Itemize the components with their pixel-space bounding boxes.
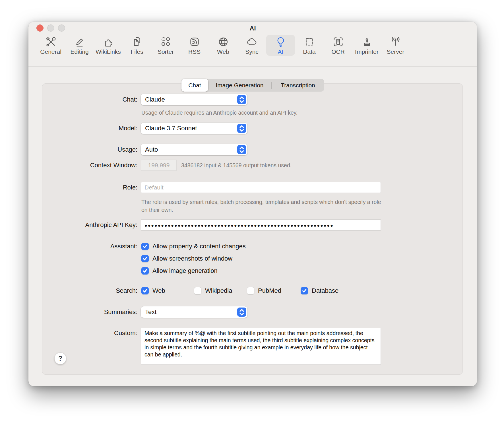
context-window-field [141, 160, 177, 171]
checkbox-label: Allow image generation [152, 267, 218, 275]
context-window-label: Context Window: [28, 160, 137, 171]
toolbar-item-ai[interactable]: AI [266, 35, 295, 56]
toolbar-item-label: RSS [188, 48, 201, 55]
role-label: Role: [28, 182, 137, 193]
checkbox-label: Wikipedia [205, 287, 232, 294]
toolbar-item-rss[interactable]: RSS [180, 35, 209, 56]
api-key-field[interactable]: ●●●●●●●●●●●●●●●●●●●●●●●●●●●●●●●●●●●●●●●●… [141, 219, 381, 231]
assistant-label: Assistant: [28, 242, 137, 250]
model-select-value: Claude 3.7 Sonnet [145, 123, 197, 134]
chat-select[interactable]: Claude [141, 94, 247, 105]
toolbar-divider [28, 66, 477, 67]
token-usage-text: 3486182 input & 145569 output tokens use… [181, 160, 292, 171]
summaries-select-value: Text [145, 306, 156, 318]
desktop-background: AI General Editing WikiLinks [0, 0, 504, 429]
pencil-icon [73, 36, 86, 48]
checkbox[interactable] [141, 255, 149, 262]
toolbar-item-imprinter[interactable]: Imprinter [352, 35, 381, 56]
checkbox[interactable] [194, 287, 201, 294]
checkbox-search-pubmed[interactable]: PubMed [247, 287, 281, 294]
checkbox-label: Web [152, 287, 165, 294]
toolbar: General Editing WikiLinks Files [36, 35, 410, 56]
checkbox-label: Database [312, 287, 338, 294]
popup-chevrons-icon [237, 145, 246, 154]
toolbar-item-files[interactable]: Files [123, 35, 151, 56]
checkbox-label: Allow screenshots of window [152, 255, 232, 262]
documents-icon [131, 36, 143, 48]
tab-transcription[interactable]: Transcription [272, 79, 324, 92]
tools-icon [45, 36, 57, 48]
checkbox-search-database[interactable]: Database [301, 287, 338, 294]
toolbar-item-label: Data [303, 48, 315, 55]
usage-label: Usage: [28, 144, 137, 155]
dots-grid-icon [160, 36, 172, 48]
checkbox[interactable] [247, 287, 254, 294]
api-key-label: Anthropic API Key: [28, 219, 137, 231]
toolbar-item-label: Imprinter [355, 48, 379, 55]
usage-select[interactable]: Auto [141, 144, 247, 155]
cloud-icon [246, 36, 258, 48]
toolbar-item-sync[interactable]: Sync [237, 35, 266, 56]
toolbar-item-general[interactable]: General [36, 35, 65, 56]
model-select[interactable]: Claude 3.7 Sonnet [141, 123, 247, 134]
tab-chat[interactable]: Chat [181, 79, 208, 92]
toolbar-item-web[interactable]: Web [209, 35, 237, 56]
checkbox-label: PubMed [258, 287, 281, 294]
toolbar-item-label: AI [278, 48, 284, 55]
popup-chevrons-icon [237, 308, 246, 317]
checkbox-allow-image-generation[interactable]: Allow image generation [141, 267, 218, 275]
checkbox[interactable] [141, 287, 149, 294]
summaries-label: Summaries: [28, 306, 137, 318]
toolbar-item-data[interactable]: Data [295, 35, 324, 56]
chat-label: Chat: [28, 94, 137, 105]
preferences-window: AI General Editing WikiLinks [28, 22, 477, 386]
checkbox-search-wikipedia[interactable]: Wikipedia [194, 287, 232, 294]
toolbar-item-ocr[interactable]: OCR [324, 35, 352, 56]
scan-document-icon [332, 36, 344, 48]
toolbar-item-editing[interactable]: Editing [65, 35, 94, 56]
popup-chevrons-icon [237, 95, 246, 104]
toolbar-item-label: Sync [245, 48, 259, 55]
puzzle-icon [102, 36, 115, 48]
globe-icon [217, 36, 230, 48]
checkbox[interactable] [141, 243, 149, 250]
toolbar-item-sorter[interactable]: Sorter [151, 35, 180, 56]
titlebar: AI [28, 22, 477, 34]
lightbulb-icon [274, 36, 287, 48]
toolbar-item-label: Server [387, 48, 404, 55]
toolbar-item-label: OCR [331, 48, 345, 55]
role-input[interactable] [141, 182, 381, 193]
chat-select-value: Claude [145, 94, 165, 105]
tab-bar: Chat Image Generation Transcription [181, 79, 324, 92]
model-label: Model: [28, 123, 137, 134]
toolbar-item-label: WikiLinks [96, 48, 121, 55]
checkbox[interactable] [141, 267, 149, 275]
toolbar-item-label: Files [131, 48, 143, 55]
checkbox-allow-screenshots[interactable]: Allow screenshots of window [141, 255, 232, 262]
marquee-icon [303, 36, 316, 48]
toolbar-item-label: General [40, 48, 61, 55]
role-helper-text: The role is used by smart rules, batch p… [141, 198, 382, 214]
toolbar-item-label: Web [217, 48, 229, 55]
custom-label: Custom: [28, 329, 137, 337]
tab-image-generation[interactable]: Image Generation [208, 79, 271, 92]
antenna-icon [389, 36, 402, 48]
checkbox-search-web[interactable]: Web [141, 287, 165, 294]
summaries-select[interactable]: Text [141, 306, 247, 318]
toolbar-item-server[interactable]: Server [381, 35, 410, 56]
popup-chevrons-icon [237, 124, 246, 133]
chat-helper-text: Usage of Claude requires an Anthropic ac… [141, 109, 298, 117]
usage-select-value: Auto [145, 144, 158, 155]
search-label: Search: [28, 287, 137, 294]
toolbar-item-wikilinks[interactable]: WikiLinks [94, 35, 123, 56]
checkbox-allow-property-content-changes[interactable]: Allow property & content changes [141, 242, 246, 250]
help-button[interactable]: ? [54, 352, 66, 364]
toolbar-item-label: Editing [70, 48, 88, 55]
checkbox[interactable] [301, 287, 308, 294]
window-title: AI [28, 22, 477, 35]
toolbar-item-label: Sorter [158, 48, 174, 55]
checkbox-label: Allow property & content changes [152, 243, 246, 250]
stamp-icon [361, 36, 373, 48]
rss-icon [188, 36, 201, 48]
custom-prompt-textarea[interactable]: Make a summary of %@ with the first subt… [141, 328, 381, 365]
